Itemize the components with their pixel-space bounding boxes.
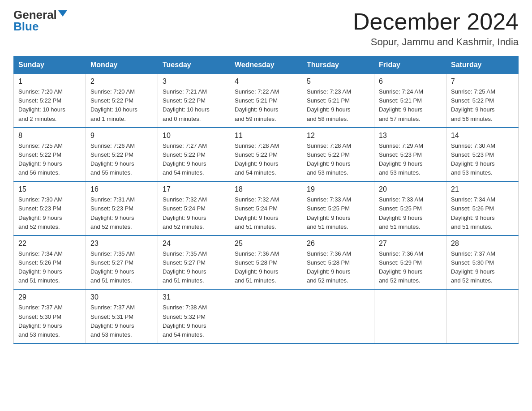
column-header-sunday: Sunday (14, 56, 86, 74)
day-info: Sunrise: 7:36 AMSunset: 5:28 PMDaylight:… (307, 249, 369, 286)
calendar-cell: 16Sunrise: 7:31 AMSunset: 5:23 PMDayligh… (86, 181, 158, 235)
calendar-cell: 19Sunrise: 7:33 AMSunset: 5:25 PMDayligh… (302, 181, 374, 235)
calendar-cell: 1Sunrise: 7:20 AMSunset: 5:22 PMDaylight… (14, 74, 86, 128)
day-number: 7 (451, 77, 514, 86)
calendar-cell: 23Sunrise: 7:35 AMSunset: 5:27 PMDayligh… (86, 235, 158, 290)
logo-blue-text: Blue (13, 21, 39, 32)
calendar-cell: 13Sunrise: 7:29 AMSunset: 5:23 PMDayligh… (374, 128, 446, 182)
day-number: 16 (90, 185, 153, 193)
calendar-cell: 7Sunrise: 7:25 AMSunset: 5:22 PMDaylight… (446, 74, 519, 128)
column-header-friday: Friday (374, 56, 446, 74)
day-info: Sunrise: 7:28 AMSunset: 5:22 PMDaylight:… (235, 141, 297, 178)
day-number: 14 (451, 132, 514, 140)
day-info: Sunrise: 7:38 AMSunset: 5:32 PMDaylight:… (163, 303, 225, 339)
calendar-cell: 3Sunrise: 7:21 AMSunset: 5:22 PMDaylight… (158, 74, 230, 128)
calendar-table: SundayMondayTuesdayWednesdayThursdayFrid… (13, 56, 519, 344)
calendar-cell: 22Sunrise: 7:34 AMSunset: 5:26 PMDayligh… (14, 235, 86, 290)
calendar-header-row: SundayMondayTuesdayWednesdayThursdayFrid… (14, 56, 519, 74)
day-number: 22 (18, 240, 81, 248)
day-number: 27 (379, 240, 442, 248)
day-info: Sunrise: 7:32 AMSunset: 5:24 PMDaylight:… (235, 195, 297, 231)
calendar-week-row: 22Sunrise: 7:34 AMSunset: 5:26 PMDayligh… (14, 235, 519, 290)
calendar-cell (230, 289, 302, 343)
calendar-cell: 5Sunrise: 7:23 AMSunset: 5:21 PMDaylight… (302, 74, 374, 128)
day-info: Sunrise: 7:34 AMSunset: 5:26 PMDaylight:… (18, 249, 81, 286)
day-number: 26 (307, 240, 369, 248)
day-number: 30 (90, 293, 153, 301)
day-info: Sunrise: 7:20 AMSunset: 5:22 PMDaylight:… (90, 87, 153, 124)
calendar-cell: 2Sunrise: 7:20 AMSunset: 5:22 PMDaylight… (86, 74, 158, 128)
calendar-week-row: 8Sunrise: 7:25 AMSunset: 5:22 PMDaylight… (14, 128, 519, 182)
logo-general-text: General (13, 9, 57, 21)
calendar-cell: 9Sunrise: 7:26 AMSunset: 5:22 PMDaylight… (86, 128, 158, 182)
day-info: Sunrise: 7:26 AMSunset: 5:22 PMDaylight:… (90, 141, 153, 178)
column-header-monday: Monday (86, 56, 158, 74)
day-number: 28 (451, 240, 514, 248)
day-number: 23 (90, 240, 153, 248)
day-number: 24 (163, 240, 225, 248)
calendar-cell: 15Sunrise: 7:30 AMSunset: 5:23 PMDayligh… (14, 181, 86, 235)
day-info: Sunrise: 7:35 AMSunset: 5:27 PMDaylight:… (163, 249, 225, 286)
day-number: 2 (90, 77, 153, 86)
day-number: 6 (379, 77, 442, 86)
day-number: 12 (307, 132, 369, 140)
day-info: Sunrise: 7:22 AMSunset: 5:21 PMDaylight:… (235, 87, 297, 124)
calendar-cell (374, 289, 446, 343)
day-number: 17 (163, 185, 225, 193)
calendar-cell: 25Sunrise: 7:36 AMSunset: 5:28 PMDayligh… (230, 235, 302, 290)
title-block: December 2024 Sopur, Jammu and Kashmir, … (353, 9, 519, 48)
calendar-cell: 21Sunrise: 7:34 AMSunset: 5:26 PMDayligh… (446, 181, 519, 235)
calendar-cell: 24Sunrise: 7:35 AMSunset: 5:27 PMDayligh… (158, 235, 230, 290)
calendar-subtitle: Sopur, Jammu and Kashmir, India (353, 36, 519, 48)
day-info: Sunrise: 7:32 AMSunset: 5:24 PMDaylight:… (163, 195, 225, 231)
day-info: Sunrise: 7:37 AMSunset: 5:30 PMDaylight:… (18, 303, 81, 339)
calendar-cell: 27Sunrise: 7:36 AMSunset: 5:29 PMDayligh… (374, 235, 446, 290)
day-info: Sunrise: 7:31 AMSunset: 5:23 PMDaylight:… (90, 195, 153, 231)
calendar-cell: 28Sunrise: 7:37 AMSunset: 5:30 PMDayligh… (446, 235, 519, 290)
column-header-wednesday: Wednesday (230, 56, 302, 74)
day-number: 13 (379, 132, 442, 140)
day-info: Sunrise: 7:24 AMSunset: 5:21 PMDaylight:… (379, 87, 442, 124)
calendar-week-row: 1Sunrise: 7:20 AMSunset: 5:22 PMDaylight… (14, 74, 519, 128)
calendar-cell: 18Sunrise: 7:32 AMSunset: 5:24 PMDayligh… (230, 181, 302, 235)
calendar-cell: 14Sunrise: 7:30 AMSunset: 5:23 PMDayligh… (446, 128, 519, 182)
day-info: Sunrise: 7:36 AMSunset: 5:28 PMDaylight:… (235, 249, 297, 286)
day-info: Sunrise: 7:25 AMSunset: 5:22 PMDaylight:… (18, 141, 81, 178)
calendar-cell: 11Sunrise: 7:28 AMSunset: 5:22 PMDayligh… (230, 128, 302, 182)
calendar-cell: 29Sunrise: 7:37 AMSunset: 5:30 PMDayligh… (14, 289, 86, 343)
day-number: 21 (451, 185, 514, 193)
day-number: 8 (18, 132, 81, 140)
calendar-cell: 4Sunrise: 7:22 AMSunset: 5:21 PMDaylight… (230, 74, 302, 128)
day-number: 5 (307, 77, 369, 86)
calendar-cell: 10Sunrise: 7:27 AMSunset: 5:22 PMDayligh… (158, 128, 230, 182)
logo-triangle-icon (58, 10, 67, 17)
day-info: Sunrise: 7:28 AMSunset: 5:22 PMDaylight:… (307, 141, 369, 178)
day-info: Sunrise: 7:33 AMSunset: 5:25 PMDaylight:… (307, 195, 369, 231)
day-number: 15 (18, 185, 81, 193)
day-number: 25 (235, 240, 297, 248)
day-number: 9 (90, 132, 153, 140)
day-number: 20 (379, 185, 442, 193)
day-info: Sunrise: 7:27 AMSunset: 5:22 PMDaylight:… (163, 141, 225, 178)
day-info: Sunrise: 7:21 AMSunset: 5:22 PMDaylight:… (163, 87, 225, 124)
calendar-cell (446, 289, 519, 343)
calendar-week-row: 29Sunrise: 7:37 AMSunset: 5:30 PMDayligh… (14, 289, 519, 343)
day-number: 4 (235, 77, 297, 86)
day-number: 19 (307, 185, 369, 193)
day-info: Sunrise: 7:20 AMSunset: 5:22 PMDaylight:… (18, 87, 81, 124)
day-info: Sunrise: 7:37 AMSunset: 5:31 PMDaylight:… (90, 303, 153, 339)
calendar-cell: 12Sunrise: 7:28 AMSunset: 5:22 PMDayligh… (302, 128, 374, 182)
calendar-week-row: 15Sunrise: 7:30 AMSunset: 5:23 PMDayligh… (14, 181, 519, 235)
logo: General Blue (13, 9, 67, 32)
day-info: Sunrise: 7:33 AMSunset: 5:25 PMDaylight:… (379, 195, 442, 231)
column-header-tuesday: Tuesday (158, 56, 230, 74)
day-number: 18 (235, 185, 297, 193)
column-header-thursday: Thursday (302, 56, 374, 74)
page-header: General Blue December 2024 Sopur, Jammu … (13, 9, 519, 48)
day-info: Sunrise: 7:36 AMSunset: 5:29 PMDaylight:… (379, 249, 442, 286)
day-info: Sunrise: 7:37 AMSunset: 5:30 PMDaylight:… (451, 249, 514, 286)
calendar-title: December 2024 (353, 9, 519, 34)
day-info: Sunrise: 7:29 AMSunset: 5:23 PMDaylight:… (379, 141, 442, 178)
day-number: 11 (235, 132, 297, 140)
calendar-cell: 17Sunrise: 7:32 AMSunset: 5:24 PMDayligh… (158, 181, 230, 235)
